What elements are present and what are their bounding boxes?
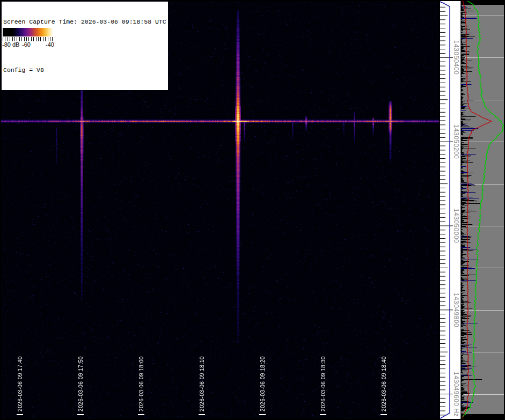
frequency-axis-label: 143049600 Hz bbox=[452, 372, 460, 417]
config-text: Config = V8 bbox=[3, 66, 166, 74]
spectrum-plot-canvas[interactable] bbox=[461, 0, 505, 420]
waterfall-display[interactable]: Screen Capture Time: 2026-03-06 09:18:58… bbox=[0, 0, 440, 420]
time-axis-label: 2026-03-06 09:18:40 bbox=[380, 356, 387, 411]
time-axis-label: 2026-03-06 09:17:50 bbox=[77, 356, 84, 411]
time-axis-tick bbox=[138, 414, 144, 415]
time-axis-tick bbox=[259, 414, 266, 415]
amplitude-color-scale: -80 dB -60 -40 bbox=[2, 27, 56, 50]
frequency-axis-label: 143050000 bbox=[452, 209, 460, 244]
spectrum-graph-panel[interactable] bbox=[460, 0, 505, 420]
frequency-axis-label: 143049800 bbox=[452, 293, 460, 328]
frequency-axis-label: 143050200 bbox=[452, 124, 460, 159]
scale-label-80db: -80 dB bbox=[2, 41, 19, 48]
scale-label-60db: -60 bbox=[22, 41, 31, 48]
scale-label-40db: -40 bbox=[46, 41, 54, 48]
time-axis-tick bbox=[320, 414, 326, 415]
time-axis-tick bbox=[199, 414, 205, 415]
frequency-axis[interactable]: 1430504001430502001430500001430498001430… bbox=[439, 0, 462, 420]
frequency-axis-label: 143050400 bbox=[452, 40, 460, 75]
spectrum-lab-window: Screen Capture Time: 2026-03-06 09:18:58… bbox=[0, 0, 505, 420]
frequency-range-marker bbox=[440, 2, 450, 418]
time-axis-label: 2026-03-06 09:18:30 bbox=[320, 356, 326, 411]
time-axis-tick bbox=[17, 414, 23, 415]
color-gradient-bar bbox=[3, 28, 55, 36]
color-scale-ticks bbox=[3, 37, 55, 41]
time-axis-tick bbox=[77, 414, 84, 415]
time-axis-tick bbox=[380, 414, 387, 415]
time-axis-label: 2026-03-06 09:18:20 bbox=[259, 356, 266, 411]
capture-time-text: Screen Capture Time: 2026-03-06 09:18:58… bbox=[3, 18, 166, 26]
time-axis-label: 2026-03-06 09:18:00 bbox=[138, 356, 144, 411]
time-axis-label: 2026-03-06 09:18:10 bbox=[199, 356, 205, 411]
time-axis-label: 2026-03-06 09:17:40 bbox=[17, 356, 23, 411]
color-scale-labels: -80 dB -60 -40 bbox=[2, 41, 56, 49]
